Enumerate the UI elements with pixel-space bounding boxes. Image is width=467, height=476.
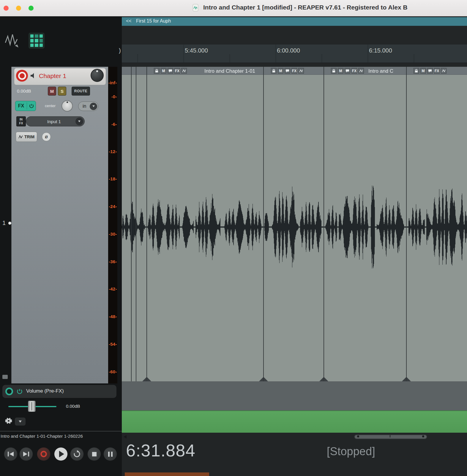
- play-icon: [59, 451, 64, 457]
- item-boundary[interactable]: [136, 67, 136, 381]
- stop-button[interactable]: [87, 447, 101, 461]
- item-fx-icon[interactable]: FX: [174, 68, 180, 74]
- region-lane[interactable]: [122, 410, 467, 433]
- trim-envelope-button[interactable]: TRIM: [16, 132, 37, 142]
- scrollbar-thumb[interactable]: [355, 435, 427, 439]
- monitor-dropdown[interactable]: in: [78, 101, 98, 111]
- item-fade-handle[interactable]: [407, 377, 411, 381]
- item-fade-handle[interactable]: [147, 377, 151, 381]
- window-zoom-button[interactable]: [29, 6, 34, 11]
- envelope-arm-icon[interactable]: [5, 388, 13, 395]
- item-notes-icon[interactable]: [168, 68, 173, 74]
- waveform-canvas[interactable]: [122, 75, 467, 381]
- item-fade-handle[interactable]: [142, 377, 146, 381]
- item-boundary[interactable]: [406, 67, 407, 381]
- item-lock-icon[interactable]: [331, 68, 337, 74]
- ruler-tick: [184, 45, 184, 63]
- fx-power-icon[interactable]: [27, 104, 36, 108]
- transport-time-display[interactable]: 6:31.884: [126, 440, 195, 460]
- project-tab-label[interactable]: First 15 for Auph: [136, 18, 171, 24]
- meter-db-label: -60: [108, 369, 117, 374]
- fx-button[interactable]: FX: [15, 101, 36, 111]
- track-number[interactable]: 1: [2, 220, 6, 226]
- item-fade-handle[interactable]: [264, 377, 268, 381]
- envelope-menu-button[interactable]: [15, 418, 26, 426]
- scroll-left-icon[interactable]: [124, 435, 127, 439]
- width-knob[interactable]: [61, 100, 73, 112]
- item-notes-icon[interactable]: [285, 68, 290, 74]
- item-envelope-icon[interactable]: [358, 68, 364, 74]
- item-envelope-icon[interactable]: [181, 68, 187, 74]
- input-dropdown[interactable]: Input 1: [26, 116, 85, 126]
- item-fade-handle[interactable]: [402, 377, 406, 381]
- item-lock-icon[interactable]: [154, 68, 160, 74]
- docker-collapse-button[interactable]: <<: [126, 18, 132, 24]
- item-notes-icon[interactable]: [427, 68, 433, 74]
- item-fade-handle[interactable]: [324, 377, 328, 381]
- item-mute-icon[interactable]: M: [420, 68, 426, 74]
- item-lock-icon[interactable]: [271, 68, 277, 74]
- item-name-label[interactable]: Intro and Chapter 1-01: [204, 68, 267, 74]
- pan-knob[interactable]: [91, 69, 104, 82]
- pan-value-label: center: [45, 104, 56, 108]
- track-control-panel: Chapter 1 0.00dB M S ROUTE FX center in …: [11, 67, 108, 383]
- envelope-power-icon[interactable]: [17, 388, 23, 396]
- play-button[interactable]: [54, 447, 68, 461]
- envelope-value-readout[interactable]: 0.00dB: [66, 404, 80, 409]
- track-meter-scale[interactable]: -inf -0 -6 -12 -18 -24 -30 -36 -42 -48 -…: [108, 67, 117, 383]
- item-lock-icon[interactable]: [414, 68, 419, 74]
- item-mute-icon[interactable]: M: [338, 68, 343, 74]
- track-name-field[interactable]: Chapter 1: [39, 72, 66, 80]
- item-envelope-icon[interactable]: [298, 68, 304, 74]
- arrange-empty-area[interactable]: [122, 381, 467, 410]
- envelope-fader-handle[interactable]: [28, 401, 36, 412]
- item-fade-handle[interactable]: [259, 377, 263, 381]
- item-notes-icon[interactable]: [345, 68, 350, 74]
- scrollbar-center-tick: [390, 435, 390, 437]
- item-boundary[interactable]: [131, 67, 132, 381]
- item-name-label[interactable]: Intro and C: [368, 68, 405, 74]
- meter-db-label: -42: [108, 286, 117, 291]
- item-boundary[interactable]: [146, 67, 147, 381]
- mute-button[interactable]: M: [48, 87, 56, 96]
- matrix-grid-icon[interactable]: [29, 33, 45, 49]
- item-fade-handle[interactable]: [319, 377, 324, 381]
- item-fx-icon[interactable]: FX: [291, 68, 297, 74]
- record-button[interactable]: [37, 447, 51, 461]
- item-mute-icon[interactable]: M: [278, 68, 283, 74]
- project-tab-bar: << First 15 for Auph: [122, 17, 467, 26]
- scrollbar-right-handle[interactable]: [422, 435, 424, 437]
- go-to-start-button[interactable]: [4, 447, 18, 461]
- timeline-ruler[interactable]: ) 5:45.000 6:00.000 6:15.000: [122, 45, 467, 63]
- go-to-end-button[interactable]: [19, 447, 33, 461]
- speaker-icon[interactable]: [30, 73, 37, 80]
- window-minimize-button[interactable]: [16, 6, 21, 11]
- item-fx-icon[interactable]: FX: [351, 68, 357, 74]
- meter-db-label: -30: [108, 231, 117, 237]
- track-volume-readout[interactable]: 0.00dB: [17, 88, 31, 93]
- meter-db-label: -12: [108, 149, 117, 154]
- phase-button[interactable]: ø: [42, 132, 51, 141]
- record-arm-button[interactable]: [16, 70, 28, 82]
- envelope-name-label: Volume (Pre-FX): [26, 388, 64, 394]
- item-envelope-icon[interactable]: [441, 68, 447, 74]
- window-close-button[interactable]: [4, 6, 9, 11]
- pause-button[interactable]: [103, 447, 117, 461]
- item-boundary[interactable]: [263, 67, 264, 381]
- document-icon: [193, 4, 198, 13]
- input-fx-button[interactable]: IN FX: [16, 116, 26, 126]
- chevron-down-icon: [75, 118, 83, 125]
- folder-icon[interactable]: [2, 375, 8, 379]
- item-mute-icon[interactable]: M: [161, 68, 166, 74]
- item-boundary[interactable]: [324, 67, 324, 381]
- route-button[interactable]: ROUTE: [72, 87, 90, 96]
- panel-edge-grip[interactable]: [8, 222, 11, 225]
- horizontal-scrollbar[interactable]: [354, 434, 427, 439]
- scrollbar-left-handle[interactable]: [357, 435, 359, 437]
- gear-icon[interactable]: [5, 417, 12, 426]
- waveform-tool-icon[interactable]: [4, 31, 20, 49]
- solo-button[interactable]: S: [58, 87, 66, 96]
- item-fx-icon[interactable]: FX: [434, 68, 440, 74]
- envelope-panel-header[interactable]: Volume (Pre-FX): [2, 385, 116, 398]
- repeat-button[interactable]: [70, 447, 84, 461]
